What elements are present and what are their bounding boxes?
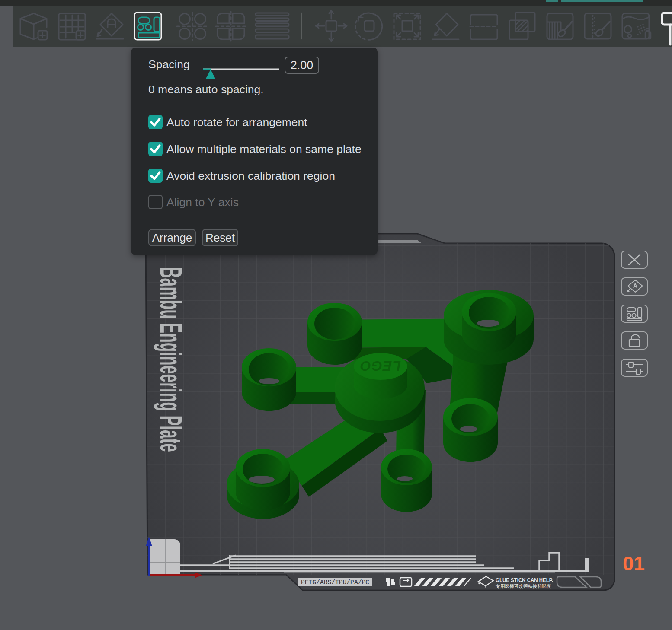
svg-text:LEGO: LEGO [360,358,401,374]
svg-text:01: 01 [623,552,645,575]
svg-text:Bambu Engineering Plate: Bambu Engineering Plate [154,267,189,452]
svg-text:专用胶棒可改善粘接和脱模: 专用胶棒可改善粘接和脱模 [496,583,551,589]
svg-text:PETG/ABS/TPU/PA/PC: PETG/ABS/TPU/PA/PC [301,579,369,586]
svg-text:GLUE STICK CAN HELP.: GLUE STICK CAN HELP. [496,577,553,583]
